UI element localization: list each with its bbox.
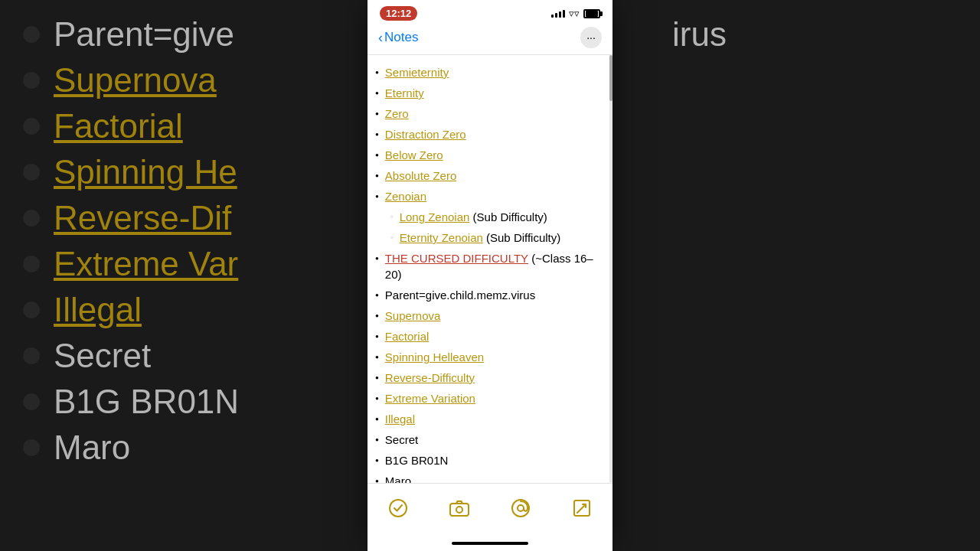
bullet-icon: ● xyxy=(375,151,379,159)
svg-line-6 xyxy=(577,506,584,513)
list-item: ● Maro xyxy=(375,473,600,483)
svg-rect-1 xyxy=(450,504,469,516)
camera-icon xyxy=(449,500,469,517)
home-bar xyxy=(452,542,528,545)
list-item: ● Illegal xyxy=(375,411,600,427)
battery-icon xyxy=(583,9,600,18)
bg-item: Maro xyxy=(23,429,345,467)
sub-suffix: (Sub Difficulty) xyxy=(469,210,547,223)
list-item: ● Zero xyxy=(375,106,600,122)
item-text: Maro xyxy=(385,473,411,483)
bg-item: Supernova xyxy=(23,61,345,99)
bg-text: B1G BR01N xyxy=(54,383,239,421)
bg-item: Parent=give xyxy=(23,15,345,54)
list-item: ● B1G BR01N xyxy=(375,452,600,468)
bg-bullet xyxy=(23,256,40,272)
bg-bullet xyxy=(23,72,40,89)
bullet-icon: ● xyxy=(375,291,379,299)
bg-bullet xyxy=(23,26,40,43)
list-item: ● Absolute Zero xyxy=(375,168,600,184)
svg-point-4 xyxy=(518,505,524,511)
bg-text: Maro xyxy=(54,429,130,467)
home-indicator xyxy=(368,536,612,551)
item-text: Parent=give.child.memz.virus xyxy=(385,287,535,303)
bg-item: Illegal xyxy=(23,291,345,329)
item-link-red[interactable]: THE CURSED DIFFICULTY xyxy=(385,252,528,265)
bg-text: Extreme Var xyxy=(54,245,238,283)
list-item: ● Extreme Variation xyxy=(375,390,600,406)
bullet-icon: ● xyxy=(375,171,379,180)
list-item: ● Factorial xyxy=(375,328,600,344)
bullet-icon: ● xyxy=(375,89,379,97)
bullet-icon: ● xyxy=(375,456,379,465)
bg-item: Factorial xyxy=(23,107,345,145)
item-link[interactable]: Semieternity xyxy=(385,64,449,80)
signal-bars-icon xyxy=(551,10,565,18)
item-link[interactable]: Zero xyxy=(385,106,409,122)
item-link[interactable]: Illegal xyxy=(385,411,415,427)
item-link[interactable]: Factorial xyxy=(385,328,430,344)
bullet-icon: ● xyxy=(375,373,379,382)
bg-item: irus xyxy=(635,15,957,54)
bg-text: Spinning He xyxy=(54,153,237,191)
item-link[interactable]: Reverse-Difficulty xyxy=(385,370,475,386)
list-item-sub: ○ Long Zenoian (Sub Difficulty) xyxy=(375,209,600,225)
bg-text: Illegal xyxy=(54,291,142,329)
sub-suffix: (Sub Difficulty) xyxy=(483,231,560,244)
wifi-icon: ▿▿ xyxy=(569,8,580,19)
bullet-icon: ● xyxy=(375,353,379,361)
list-item: ● Supernova xyxy=(375,308,600,324)
bg-text: Factorial xyxy=(54,107,183,145)
item-link[interactable]: Supernova xyxy=(385,308,441,324)
item-link[interactable]: Eternity xyxy=(385,85,424,101)
bullet-icon: ● xyxy=(375,68,379,77)
list-item: ● Secret xyxy=(375,432,600,448)
svg-point-2 xyxy=(456,507,462,513)
background-left: Parent=give Supernova Factorial Spinning… xyxy=(0,0,368,551)
check-button[interactable] xyxy=(381,491,415,525)
bg-item: Spinning He xyxy=(23,153,345,191)
bg-bullet xyxy=(23,393,40,410)
bullet-icon: ● xyxy=(375,394,379,403)
bg-text: Supernova xyxy=(54,61,217,99)
back-button[interactable]: ‹ Notes xyxy=(378,30,418,46)
bullet-icon: ● xyxy=(375,477,379,483)
signal-bar-1 xyxy=(551,15,554,18)
chevron-left-icon: ‹ xyxy=(378,30,383,46)
bullet-icon: ● xyxy=(375,254,379,262)
check-circle-icon xyxy=(388,498,408,518)
note-list: ● Semieternity ● Eternity ● Zero ● Distr… xyxy=(375,64,600,483)
bg-text: Secret xyxy=(54,337,151,375)
bg-item: Extreme Var xyxy=(23,245,345,283)
item-link[interactable]: Below Zero xyxy=(385,147,443,163)
list-item: ● Below Zero xyxy=(375,147,600,163)
svg-point-3 xyxy=(512,500,529,517)
item-link[interactable]: Long Zenoian xyxy=(400,210,470,223)
item-link[interactable]: Spinning Helleaven xyxy=(385,349,484,365)
note-content[interactable]: ● Semieternity ● Eternity ● Zero ● Distr… xyxy=(368,55,612,483)
list-item: ● Distraction Zero xyxy=(375,126,600,142)
bg-text: irus xyxy=(672,15,727,54)
item-link[interactable]: Distraction Zero xyxy=(385,126,466,142)
bg-bullet xyxy=(23,164,40,181)
bg-bullet xyxy=(23,210,40,227)
bg-bullet xyxy=(23,302,40,318)
list-item: ● Eternity xyxy=(375,85,600,101)
at-button[interactable] xyxy=(504,491,537,525)
background-right: irus xyxy=(612,0,980,551)
compose-button[interactable] xyxy=(565,491,599,525)
list-item: ● Parent=give.child.memz.virus xyxy=(375,287,600,303)
back-label[interactable]: Notes xyxy=(384,30,418,45)
camera-button[interactable] xyxy=(443,491,476,525)
bg-item: Reverse-Dif xyxy=(23,199,345,237)
nav-bar: ‹ Notes ··· xyxy=(368,24,612,54)
phone-frame: 12:12 ▿▿ ‹ Notes ··· ● Semietern xyxy=(368,0,612,551)
item-link[interactable]: Zenoian xyxy=(385,188,426,204)
item-link[interactable]: Extreme Variation xyxy=(385,390,475,406)
list-item: ● THE CURSED DIFFICULTY (~Class 16–20) xyxy=(375,250,600,282)
signal-bar-2 xyxy=(555,13,557,18)
item-link[interactable]: Eternity Zenoian xyxy=(400,231,483,244)
battery-fill xyxy=(586,11,598,17)
item-link[interactable]: Absolute Zero xyxy=(385,168,456,184)
more-button[interactable]: ··· xyxy=(580,27,602,48)
